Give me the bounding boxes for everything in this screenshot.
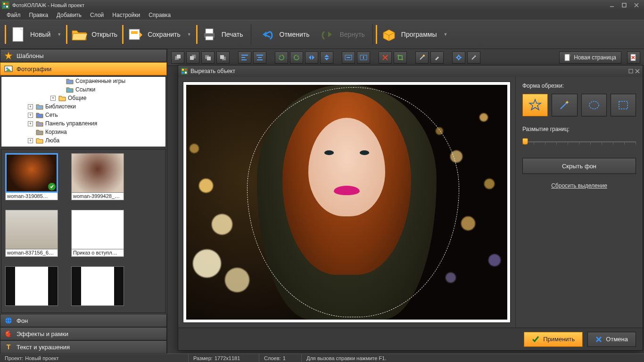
thumbnail-grid[interactable]: woman-319085…woman-3999428_…woman-837156… [1,149,166,313]
shape-rect-button[interactable] [611,94,636,116]
tree-item[interactable]: +Общие [1,94,165,102]
selection-outline[interactable] [247,87,459,317]
open-button[interactable]: Открыть [66,23,122,46]
redo-icon [319,26,336,43]
tree-expand-icon[interactable]: + [28,138,33,143]
print-button[interactable]: Печать [196,23,248,46]
hide-background-button[interactable]: Скрыть фон [522,158,636,174]
close-button[interactable] [631,1,642,9]
tree-item[interactable]: Ссылки [1,85,165,94]
svg-rect-3 [3,6,5,8]
box-icon [380,26,397,43]
delete-icon[interactable] [379,51,392,64]
tree-expand-icon[interactable]: + [50,96,56,101]
folder-tree[interactable]: Сохраненные игрыСсылки+Общие+Библиотеки+… [1,76,166,147]
accordion-text[interactable]: T Текст и украшения [0,340,167,354]
tree-expand-icon[interactable]: + [28,121,33,126]
svg-marker-43 [297,55,299,58]
wand-icon[interactable] [415,51,429,64]
menu-bar: Файл Правка Добавить Слой Настройки Спра… [0,10,644,20]
menu-add[interactable]: Добавить [53,11,85,19]
dialog-close-button[interactable] [635,69,640,74]
text-icon: T [4,343,13,351]
page-delete-icon[interactable] [627,51,640,64]
save-button[interactable]: Сохранить▼ [122,23,196,46]
close-icon [595,336,602,343]
layer-down-icon[interactable] [216,51,230,64]
menu-layer[interactable]: Слой [86,11,107,19]
eyedropper-icon[interactable] [467,51,480,64]
chevron-down-icon: ▼ [187,32,191,37]
dialog-title-bar[interactable]: Вырезать объект [178,66,643,77]
fit-height-icon[interactable] [357,51,370,64]
crop-icon[interactable] [394,51,407,64]
menu-file[interactable]: Файл [3,11,25,19]
svg-marker-46 [324,55,329,57]
dialog-maximize-button[interactable] [628,69,633,74]
menu-edit[interactable]: Правка [25,11,52,19]
svg-point-26 [7,335,8,336]
cut-canvas[interactable] [183,82,511,323]
align-center-icon[interactable] [253,51,266,64]
accordion-templates[interactable]: Шаблоны [0,49,167,62]
shape-ellipse-button[interactable] [581,94,607,116]
thumbnail-item[interactable]: woman-3999428_… [71,153,124,200]
thumbnail-item[interactable] [71,266,124,306]
menu-help[interactable]: Справка [145,11,174,19]
page-plus-icon: + [564,54,571,61]
svg-rect-16 [206,36,213,40]
svg-rect-29 [177,55,181,58]
tree-expand-icon[interactable]: + [28,113,33,118]
apply-button[interactable]: Применить [524,332,583,347]
accordion-effects[interactable]: Эффекты и рамки [0,327,167,340]
tree-expand-icon[interactable]: + [28,104,33,109]
menu-settings[interactable]: Настройки [108,11,144,19]
svg-rect-33 [207,57,211,60]
thumbnail-item[interactable]: woman-319085… [5,153,58,200]
layer-front-icon[interactable] [171,51,184,64]
align-left-icon[interactable] [238,51,251,64]
svg-rect-15 [206,29,213,33]
shape-freehand-button[interactable] [522,94,548,116]
fit-width-icon[interactable] [342,51,355,64]
tree-item[interactable]: +Люба [1,136,165,145]
gear-icon[interactable] [452,51,465,64]
svg-rect-64 [185,69,187,71]
accordion-photos[interactable]: Фотографии [0,62,167,75]
flip-v-icon[interactable] [320,51,333,64]
rotate-left-icon[interactable] [275,51,288,64]
check-icon [532,336,539,343]
cancel-button[interactable]: Отмена [587,332,636,347]
new-page-button[interactable]: + Новая страница [559,51,621,64]
svg-rect-36 [241,55,248,56]
rotate-right-icon[interactable] [290,51,303,64]
tree-item[interactable]: +Сеть [1,111,165,119]
slider-handle[interactable] [522,138,528,145]
svg-marker-13 [140,32,142,38]
brush-icon[interactable] [430,51,444,64]
redo-button[interactable]: Вернуть [314,23,369,46]
save-icon [127,26,144,43]
undo-button[interactable]: Отменить [254,23,314,46]
tree-item[interactable]: Сохраненные игры [1,77,165,85]
shape-label: Форма обрезки: [522,82,636,89]
tree-item[interactable]: +Панель управления [1,119,165,128]
flip-h-icon[interactable] [305,51,318,64]
chevron-down-icon: ▼ [57,32,61,37]
layer-back-icon[interactable] [186,51,199,64]
thumbnail-item[interactable] [5,266,58,306]
maximize-button[interactable] [619,1,630,9]
status-layers-value: 1 [283,355,286,361]
reset-selection-link[interactable]: Сбросить выделение [522,182,636,189]
blur-slider[interactable] [522,137,636,147]
thumbnail-item[interactable]: Приказ о вступл… [71,210,124,257]
programs-button[interactable]: Программы▼ [376,23,453,46]
tree-item[interactable]: Корзина [1,128,165,136]
thumbnail-item[interactable]: woman-837156_6… [5,210,58,257]
tree-item[interactable]: +Библиотеки [1,102,165,111]
layer-up-icon[interactable] [201,51,215,64]
shape-magic-button[interactable] [552,94,577,116]
new-button[interactable]: Новый▼ [5,23,66,46]
minimize-button[interactable] [606,1,618,9]
accordion-background[interactable]: Фон [0,314,167,327]
